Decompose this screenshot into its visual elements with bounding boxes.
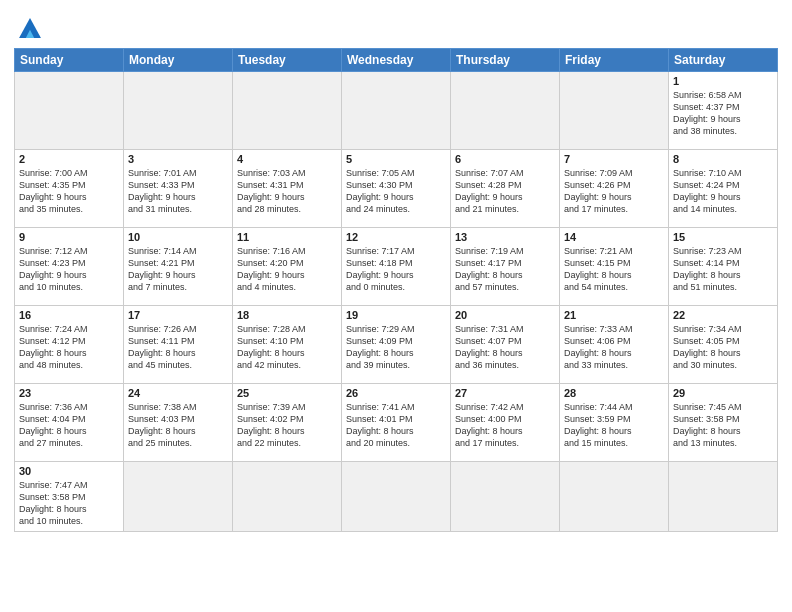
day-info: Sunrise: 7:42 AMSunset: 4:00 PMDaylight:…	[455, 401, 555, 450]
day-info: Sunrise: 7:24 AMSunset: 4:12 PMDaylight:…	[19, 323, 119, 372]
day-number: 22	[673, 309, 773, 321]
calendar-cell	[560, 72, 669, 150]
day-number: 23	[19, 387, 119, 399]
day-number: 10	[128, 231, 228, 243]
day-number: 18	[237, 309, 337, 321]
calendar-cell	[451, 462, 560, 532]
calendar-cell: 4Sunrise: 7:03 AMSunset: 4:31 PMDaylight…	[233, 150, 342, 228]
day-number: 30	[19, 465, 119, 477]
day-info: Sunrise: 7:34 AMSunset: 4:05 PMDaylight:…	[673, 323, 773, 372]
day-number: 3	[128, 153, 228, 165]
day-number: 6	[455, 153, 555, 165]
day-number: 20	[455, 309, 555, 321]
day-info: Sunrise: 7:19 AMSunset: 4:17 PMDaylight:…	[455, 245, 555, 294]
day-info: Sunrise: 7:23 AMSunset: 4:14 PMDaylight:…	[673, 245, 773, 294]
calendar-cell	[233, 72, 342, 150]
logo-icon	[14, 14, 46, 42]
calendar-cell: 17Sunrise: 7:26 AMSunset: 4:11 PMDayligh…	[124, 306, 233, 384]
calendar-cell: 23Sunrise: 7:36 AMSunset: 4:04 PMDayligh…	[15, 384, 124, 462]
day-info: Sunrise: 7:05 AMSunset: 4:30 PMDaylight:…	[346, 167, 446, 216]
calendar-cell: 8Sunrise: 7:10 AMSunset: 4:24 PMDaylight…	[669, 150, 778, 228]
calendar-cell: 27Sunrise: 7:42 AMSunset: 4:00 PMDayligh…	[451, 384, 560, 462]
calendar-cell	[560, 462, 669, 532]
calendar-table: SundayMondayTuesdayWednesdayThursdayFrid…	[14, 48, 778, 532]
day-info: Sunrise: 7:41 AMSunset: 4:01 PMDaylight:…	[346, 401, 446, 450]
calendar-header-thursday: Thursday	[451, 49, 560, 72]
day-number: 21	[564, 309, 664, 321]
calendar-cell	[342, 72, 451, 150]
calendar-cell: 6Sunrise: 7:07 AMSunset: 4:28 PMDaylight…	[451, 150, 560, 228]
day-number: 5	[346, 153, 446, 165]
day-number: 9	[19, 231, 119, 243]
calendar-cell: 9Sunrise: 7:12 AMSunset: 4:23 PMDaylight…	[15, 228, 124, 306]
day-info: Sunrise: 7:33 AMSunset: 4:06 PMDaylight:…	[564, 323, 664, 372]
day-info: Sunrise: 7:38 AMSunset: 4:03 PMDaylight:…	[128, 401, 228, 450]
calendar-cell: 2Sunrise: 7:00 AMSunset: 4:35 PMDaylight…	[15, 150, 124, 228]
day-number: 13	[455, 231, 555, 243]
day-number: 15	[673, 231, 773, 243]
header	[14, 10, 778, 42]
day-number: 25	[237, 387, 337, 399]
calendar-cell: 22Sunrise: 7:34 AMSunset: 4:05 PMDayligh…	[669, 306, 778, 384]
day-number: 29	[673, 387, 773, 399]
calendar-cell: 24Sunrise: 7:38 AMSunset: 4:03 PMDayligh…	[124, 384, 233, 462]
logo	[14, 14, 50, 42]
calendar-week-1: 1Sunrise: 6:58 AMSunset: 4:37 PMDaylight…	[15, 72, 778, 150]
calendar-cell	[124, 72, 233, 150]
day-info: Sunrise: 6:58 AMSunset: 4:37 PMDaylight:…	[673, 89, 773, 138]
calendar-cell: 15Sunrise: 7:23 AMSunset: 4:14 PMDayligh…	[669, 228, 778, 306]
day-number: 12	[346, 231, 446, 243]
day-number: 8	[673, 153, 773, 165]
calendar-week-3: 9Sunrise: 7:12 AMSunset: 4:23 PMDaylight…	[15, 228, 778, 306]
day-number: 17	[128, 309, 228, 321]
day-number: 14	[564, 231, 664, 243]
day-info: Sunrise: 7:10 AMSunset: 4:24 PMDaylight:…	[673, 167, 773, 216]
calendar-week-2: 2Sunrise: 7:00 AMSunset: 4:35 PMDaylight…	[15, 150, 778, 228]
calendar-cell: 25Sunrise: 7:39 AMSunset: 4:02 PMDayligh…	[233, 384, 342, 462]
day-info: Sunrise: 7:28 AMSunset: 4:10 PMDaylight:…	[237, 323, 337, 372]
calendar-header-tuesday: Tuesday	[233, 49, 342, 72]
calendar-cell: 29Sunrise: 7:45 AMSunset: 3:58 PMDayligh…	[669, 384, 778, 462]
day-info: Sunrise: 7:21 AMSunset: 4:15 PMDaylight:…	[564, 245, 664, 294]
day-number: 24	[128, 387, 228, 399]
calendar-cell: 7Sunrise: 7:09 AMSunset: 4:26 PMDaylight…	[560, 150, 669, 228]
day-number: 11	[237, 231, 337, 243]
calendar-cell: 5Sunrise: 7:05 AMSunset: 4:30 PMDaylight…	[342, 150, 451, 228]
day-info: Sunrise: 7:31 AMSunset: 4:07 PMDaylight:…	[455, 323, 555, 372]
calendar-cell: 11Sunrise: 7:16 AMSunset: 4:20 PMDayligh…	[233, 228, 342, 306]
calendar-cell: 19Sunrise: 7:29 AMSunset: 4:09 PMDayligh…	[342, 306, 451, 384]
calendar-cell: 10Sunrise: 7:14 AMSunset: 4:21 PMDayligh…	[124, 228, 233, 306]
day-info: Sunrise: 7:36 AMSunset: 4:04 PMDaylight:…	[19, 401, 119, 450]
calendar-cell	[15, 72, 124, 150]
calendar-cell: 12Sunrise: 7:17 AMSunset: 4:18 PMDayligh…	[342, 228, 451, 306]
day-info: Sunrise: 7:39 AMSunset: 4:02 PMDaylight:…	[237, 401, 337, 450]
calendar-header-saturday: Saturday	[669, 49, 778, 72]
calendar-cell: 21Sunrise: 7:33 AMSunset: 4:06 PMDayligh…	[560, 306, 669, 384]
day-number: 1	[673, 75, 773, 87]
calendar-header-sunday: Sunday	[15, 49, 124, 72]
day-info: Sunrise: 7:00 AMSunset: 4:35 PMDaylight:…	[19, 167, 119, 216]
calendar-cell	[124, 462, 233, 532]
calendar-cell	[342, 462, 451, 532]
day-number: 7	[564, 153, 664, 165]
calendar-cell: 1Sunrise: 6:58 AMSunset: 4:37 PMDaylight…	[669, 72, 778, 150]
day-number: 2	[19, 153, 119, 165]
calendar-cell: 13Sunrise: 7:19 AMSunset: 4:17 PMDayligh…	[451, 228, 560, 306]
calendar-header-wednesday: Wednesday	[342, 49, 451, 72]
calendar-cell	[669, 462, 778, 532]
calendar-cell: 14Sunrise: 7:21 AMSunset: 4:15 PMDayligh…	[560, 228, 669, 306]
calendar-cell: 26Sunrise: 7:41 AMSunset: 4:01 PMDayligh…	[342, 384, 451, 462]
calendar-cell: 16Sunrise: 7:24 AMSunset: 4:12 PMDayligh…	[15, 306, 124, 384]
day-number: 26	[346, 387, 446, 399]
day-info: Sunrise: 7:44 AMSunset: 3:59 PMDaylight:…	[564, 401, 664, 450]
calendar-header-friday: Friday	[560, 49, 669, 72]
day-info: Sunrise: 7:26 AMSunset: 4:11 PMDaylight:…	[128, 323, 228, 372]
day-number: 27	[455, 387, 555, 399]
calendar-cell: 18Sunrise: 7:28 AMSunset: 4:10 PMDayligh…	[233, 306, 342, 384]
day-info: Sunrise: 7:01 AMSunset: 4:33 PMDaylight:…	[128, 167, 228, 216]
day-info: Sunrise: 7:12 AMSunset: 4:23 PMDaylight:…	[19, 245, 119, 294]
day-info: Sunrise: 7:47 AMSunset: 3:58 PMDaylight:…	[19, 479, 119, 528]
day-info: Sunrise: 7:29 AMSunset: 4:09 PMDaylight:…	[346, 323, 446, 372]
day-number: 28	[564, 387, 664, 399]
day-info: Sunrise: 7:03 AMSunset: 4:31 PMDaylight:…	[237, 167, 337, 216]
